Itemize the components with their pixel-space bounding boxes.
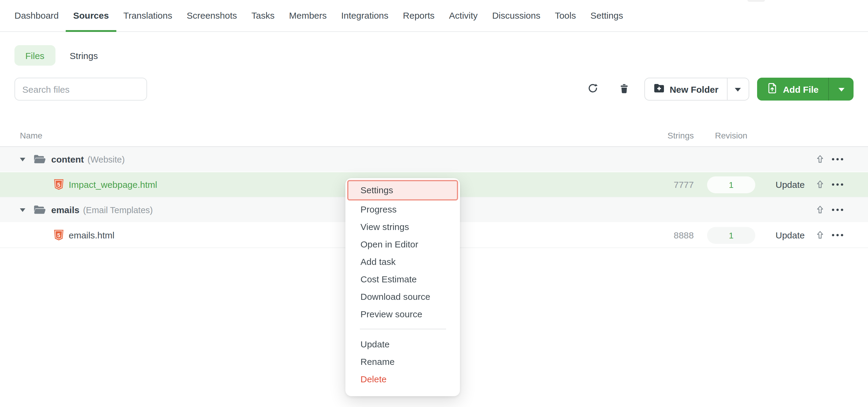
sources-page: Dashboard Sources Translations Screensho…: [0, 0, 868, 407]
update-link[interactable]: Update: [755, 179, 805, 190]
folder-icon: [33, 154, 46, 164]
folder-name[interactable]: emails: [51, 205, 79, 215]
file-upload-icon: [767, 82, 778, 96]
context-menu-item-add-task[interactable]: Add task: [345, 253, 460, 270]
toolbar-actions: New Folder Add File: [584, 78, 854, 101]
strings-count: 8888: [658, 230, 694, 240]
trash-icon: [619, 83, 629, 95]
context-menu-item-delete[interactable]: Delete: [345, 370, 460, 388]
row-more-menu-icon[interactable]: [831, 234, 843, 237]
nav-item-integrations[interactable]: Integrations: [334, 0, 396, 32]
new-folder-dropdown-toggle[interactable]: [727, 78, 749, 100]
files-toolbar: New Folder Add File: [14, 78, 854, 101]
revision-badge[interactable]: 1: [707, 176, 755, 193]
column-header-strings: Strings: [658, 130, 694, 140]
file-name-link[interactable]: Impact_webpage.html: [69, 179, 157, 190]
context-menu-item-open-in-editor[interactable]: Open in Editor: [345, 235, 460, 253]
nav-item-settings[interactable]: Settings: [583, 0, 630, 32]
new-folder-button[interactable]: New Folder: [645, 78, 727, 100]
nav-item-reports[interactable]: Reports: [396, 0, 442, 32]
html5-file-icon: 5: [54, 229, 64, 241]
chevron-down-icon: [838, 88, 844, 94]
nav-item-dashboard[interactable]: Dashboard: [7, 0, 66, 32]
folder-name[interactable]: content: [51, 154, 84, 164]
add-file-dropdown-toggle[interactable]: [828, 78, 854, 101]
context-menu-item-preview-source[interactable]: Preview source: [345, 305, 460, 323]
collapse-caret-icon[interactable]: [20, 158, 27, 161]
strings-count: 7777: [658, 179, 694, 190]
new-folder-label: New Folder: [670, 84, 718, 94]
refresh-icon: [588, 83, 598, 95]
nav-item-tools[interactable]: Tools: [548, 0, 583, 32]
row-more-menu-icon[interactable]: [831, 158, 843, 161]
upload-translations-icon[interactable]: [815, 205, 825, 214]
html5-file-icon: 5: [54, 179, 64, 190]
chevron-down-icon: [735, 88, 741, 94]
context-menu-divider: [360, 329, 446, 329]
folder-icon: [33, 205, 46, 215]
tab-files[interactable]: Files: [14, 45, 55, 66]
context-menu-item-settings[interactable]: Settings: [347, 180, 458, 201]
nav-item-screenshots[interactable]: Screenshots: [180, 0, 244, 32]
collapse-caret-icon[interactable]: [20, 208, 27, 212]
tab-strings[interactable]: Strings: [59, 45, 108, 66]
svg-text:5: 5: [57, 232, 61, 238]
add-file-label: Add File: [783, 84, 818, 94]
top-navigation: Dashboard Sources Translations Screensho…: [0, 0, 868, 32]
folder-plus-icon: [653, 83, 665, 95]
refresh-button[interactable]: [584, 79, 603, 99]
upload-translations-icon[interactable]: [815, 155, 825, 164]
folder-note: (Website): [87, 155, 125, 164]
nav-item-translations[interactable]: Translations: [116, 0, 179, 32]
column-header-revision: Revision: [707, 130, 755, 140]
context-menu-item-rename[interactable]: Rename: [345, 353, 460, 370]
add-file-button[interactable]: Add File: [757, 78, 828, 101]
search-input[interactable]: [14, 78, 147, 101]
context-menu-item-progress[interactable]: Progress: [345, 201, 460, 218]
clipped-toast-edge: [747, 0, 765, 2]
upload-translations-icon[interactable]: [815, 180, 825, 189]
file-context-menu: Settings Progress View strings Open in E…: [345, 178, 460, 396]
context-menu-item-cost-estimate[interactable]: Cost Estimate: [345, 270, 460, 288]
revision-badge[interactable]: 1: [707, 227, 755, 243]
nav-item-activity[interactable]: Activity: [442, 0, 485, 32]
folder-note: (Email Templates): [83, 205, 153, 215]
context-menu-item-download-source[interactable]: Download source: [345, 288, 460, 305]
nav-item-discussions[interactable]: Discussions: [485, 0, 548, 32]
table-header: Name Strings Revision: [0, 124, 868, 147]
nav-item-tasks[interactable]: Tasks: [244, 0, 282, 32]
svg-text:5: 5: [57, 181, 61, 188]
view-switcher: Files Strings: [14, 45, 854, 66]
upload-translations-icon[interactable]: [815, 231, 825, 240]
new-folder-split-button: New Folder: [644, 78, 749, 101]
row-more-menu-icon[interactable]: [831, 183, 843, 186]
delete-files-button[interactable]: [615, 79, 634, 99]
add-file-split-button: Add File: [757, 78, 854, 101]
column-header-name: Name: [0, 130, 658, 140]
nav-item-members[interactable]: Members: [282, 0, 334, 32]
nav-item-sources[interactable]: Sources: [66, 0, 116, 32]
context-menu-item-update[interactable]: Update: [345, 335, 460, 353]
row-more-menu-icon[interactable]: [831, 208, 843, 211]
context-menu-item-view-strings[interactable]: View strings: [345, 218, 460, 235]
table-row-folder-content[interactable]: content (Website): [0, 147, 868, 172]
file-name-link[interactable]: emails.html: [69, 230, 115, 240]
update-link[interactable]: Update: [755, 230, 805, 240]
